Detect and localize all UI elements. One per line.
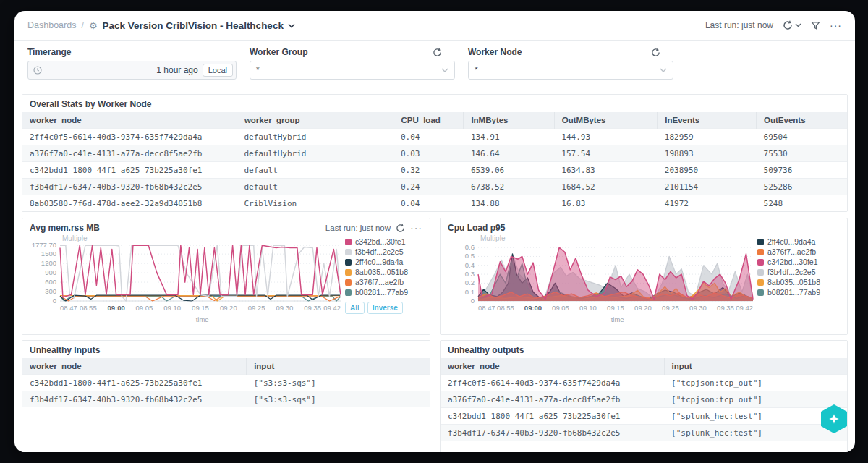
column-header[interactable]: InEvents [658, 112, 757, 129]
legend-item[interactable]: c342bd...30fe1 [757, 258, 820, 266]
column-header[interactable]: worker_node [22, 358, 247, 375]
svg-text:08:55: 08:55 [80, 304, 97, 312]
filter-button[interactable] [811, 21, 820, 30]
worker-node-label: Worker Node [468, 47, 522, 57]
table-cell: 2038950 [658, 162, 757, 179]
legend-label: a376f7...ae2fb [355, 278, 404, 286]
table-cell: default [237, 162, 393, 179]
worker-node-select[interactable]: * [468, 61, 673, 80]
legend-swatch-icon [757, 289, 764, 296]
select-chevron-icon [660, 68, 667, 72]
table-cell: 5248 [757, 195, 847, 212]
legend-swatch-icon [757, 259, 764, 266]
breadcrumb-dashboards-link[interactable]: Dashboards [27, 20, 76, 30]
table-cell: 0.04 [393, 195, 464, 212]
legend-all-button[interactable]: All [345, 302, 365, 314]
panel-more-button[interactable]: ··· [410, 225, 422, 231]
refresh-button[interactable] [783, 20, 801, 30]
legend-item[interactable]: f3b4df...2c2e5 [345, 247, 408, 256]
svg-text:_time: _time [191, 315, 208, 323]
table-cell: 144.93 [554, 129, 658, 145]
column-header[interactable]: worker_node [441, 358, 664, 375]
worker-group-select[interactable]: * [250, 61, 455, 80]
column-header[interactable]: InMBytes [464, 112, 554, 129]
legend-item[interactable]: 2ff4c0...9da4a [757, 237, 820, 246]
legend-item[interactable]: b08281...77ab9 [757, 288, 820, 297]
table-cell: 0.24 [393, 179, 464, 195]
column-header[interactable]: CPU_load [393, 112, 464, 129]
table-row: a376f7a0-c41e-4131-a77a-decc8f5ae2fb["tc… [441, 391, 847, 408]
legend-inverse-button[interactable]: Inverse [367, 302, 403, 314]
svg-text:1777.70: 1777.70 [32, 241, 56, 249]
svg-text:Multiple: Multiple [62, 234, 88, 242]
legend-label: 2ff4c0...9da4a [767, 237, 815, 246]
svg-text:09:35: 09:35 [304, 304, 321, 312]
svg-text:300: 300 [45, 287, 56, 295]
refresh-chevron-icon [795, 23, 801, 27]
sparkle-icon [828, 413, 840, 425]
legend-item[interactable]: 8ab035...051b8 [345, 268, 408, 276]
table-cell: c342bdd1-1800-44f1-a625-73b225a30fe1 [22, 162, 237, 179]
svg-text:0.5: 0.5 [465, 252, 475, 260]
table-cell: 75530 [757, 145, 847, 162]
legend-label: b08281...77ab9 [355, 288, 408, 297]
svg-text:09:42: 09:42 [323, 304, 341, 312]
column-header[interactable]: OutMBytes [554, 112, 658, 129]
unhealthy-outputs-title: Unhealthy outputs [441, 341, 847, 358]
legend-swatch-icon [757, 279, 764, 286]
svg-text:09:30: 09:30 [276, 304, 294, 312]
legend-label: f3b4df...2c2e5 [355, 247, 404, 256]
overall-stats-title: Overall Stats by Worker Node [22, 95, 847, 112]
table-cell: 8ab03580-7f6d-478d-aee2-32a9d34051b8 [22, 195, 237, 212]
table-cell: 0.03 [393, 145, 464, 162]
cpu-load-chart-plot[interactable]: 0.60.50.40.30.20.10Multiple08:4708:5509:… [445, 234, 757, 324]
legend-label: c342bd...30fe1 [355, 237, 405, 246]
refresh-icon[interactable] [396, 224, 405, 233]
legend-label: a376f7...ae2fb [767, 247, 816, 256]
legend-label: f3b4df...2c2e5 [767, 268, 816, 276]
legend-item[interactable]: a376f7...ae2fb [757, 247, 820, 256]
cpu-load-panel: Cpu Load p95 0.60.50.40.30.20.10Multiple… [440, 218, 848, 335]
svg-text:09:05: 09:05 [136, 304, 153, 312]
table-cell: 134.91 [464, 129, 554, 145]
table-cell: ["tcpjson:tcp_out"] [664, 375, 847, 391]
worker-node-filter: Worker Node * [468, 47, 673, 80]
column-header[interactable]: OutEvents [757, 112, 847, 129]
local-timezone-button[interactable]: Local [203, 64, 233, 77]
more-options-button[interactable]: ··· [830, 22, 842, 28]
table-cell: c342bdd1-1800-44f1-a625-73b225a30fe1 [441, 408, 664, 425]
svg-text:09:20: 09:20 [634, 304, 652, 312]
timerange-input[interactable]: 1 hour ago Local [27, 61, 237, 80]
table-cell: 16.83 [554, 195, 658, 212]
svg-text:09:05: 09:05 [552, 304, 569, 312]
legend-swatch-icon [757, 269, 764, 276]
worker-group-refresh-icon[interactable] [433, 48, 442, 57]
column-header[interactable]: input [247, 358, 430, 375]
legend-item[interactable]: b08281...77ab9 [345, 288, 408, 297]
avg-mem-chart-plot[interactable]: 1777.70150012009006003000Multiple08:4708… [27, 234, 345, 324]
worker-node-refresh-icon[interactable] [651, 48, 660, 57]
svg-text:09:25: 09:25 [248, 304, 265, 312]
legend-item[interactable]: a376f7...ae2fb [345, 278, 408, 286]
table-row: 2ff4c0f5-6614-40d3-9374-635f7429da4adefa… [22, 129, 847, 145]
legend-item[interactable]: c342bd...30fe1 [345, 237, 408, 246]
column-header[interactable]: worker_node [22, 112, 237, 129]
dashboard-title-menu[interactable]: Pack Version CriblVision - Healthcheck [103, 20, 295, 31]
svg-text:09:10: 09:10 [579, 304, 597, 312]
column-header[interactable]: worker_group [237, 112, 393, 129]
legend-swatch-icon [345, 239, 352, 245]
legend-item[interactable]: f3b4df...2c2e5 [757, 268, 820, 276]
table-cell: ["s3:s3-sqs"] [247, 375, 430, 391]
legend-swatch-icon [757, 239, 764, 245]
timerange-value: 1 hour ago [156, 65, 197, 75]
legend-item[interactable]: 2ff4c0...9da4a [345, 258, 408, 266]
column-header[interactable]: input [664, 358, 847, 375]
avg-mem-lastrun: Last run: just now ··· [326, 224, 422, 233]
worker-group-filter: Worker Group * [250, 47, 455, 80]
table-row: c342bdd1-1800-44f1-a625-73b225a30fe1defa… [22, 162, 847, 179]
table-cell: ["s3:s3-sqs"] [247, 391, 430, 408]
table-cell: 2ff4c0f5-6614-40d3-9374-635f7429da4a [22, 129, 237, 145]
svg-text:08:47: 08:47 [478, 304, 495, 312]
legend-item[interactable]: 8ab035...051b8 [757, 278, 820, 286]
table-cell: 146.64 [464, 145, 554, 162]
